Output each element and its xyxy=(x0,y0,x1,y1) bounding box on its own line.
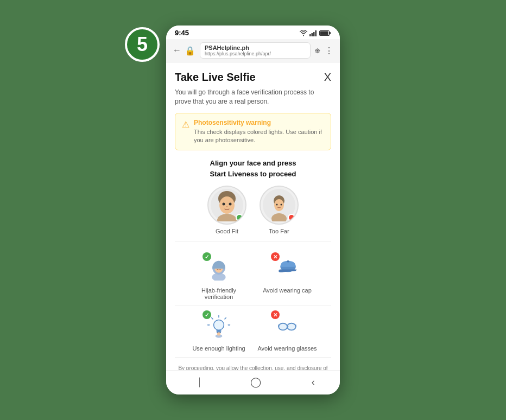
lighting-icon xyxy=(207,315,231,339)
tip-hijab-icon-wrap: ✓ xyxy=(204,253,234,284)
nav-bar: ⎹ ◯ ‹ xyxy=(166,370,340,394)
status-time: 9:45 xyxy=(175,29,189,37)
back-nav-icon[interactable]: ‹ xyxy=(312,377,315,388)
warning-title: Photosensitivity warning xyxy=(194,119,324,126)
instruction-line1: Align your face and press xyxy=(175,158,331,169)
tip-lighting-icon-wrap: ✓ xyxy=(204,311,234,342)
face-circle-good xyxy=(207,186,246,225)
wifi-icon xyxy=(300,30,307,36)
more-icon[interactable]: ⋮ xyxy=(325,46,333,56)
warning-box: ⚠ Photosensitivity warning This check di… xyxy=(175,113,331,151)
url-box[interactable]: PSAHelpline.ph https://plus.psahelpline.… xyxy=(200,42,311,59)
tip-glasses-label: Avoid wearing glasses xyxy=(257,345,317,352)
close-button[interactable]: X xyxy=(324,71,331,84)
good-fit-badge xyxy=(236,214,243,221)
svg-point-26 xyxy=(287,260,289,263)
tips-row-2: ✓ xyxy=(175,306,331,358)
consent-text: By proceeding, you allow the collection,… xyxy=(175,364,331,370)
tip-cap-label: Avoid wearing cap xyxy=(263,287,312,294)
page-subtitle: You will go through a face verification … xyxy=(175,88,331,106)
site-name: PSAHelpline.ph xyxy=(205,44,306,51)
step-badge: 5 xyxy=(125,27,160,62)
share-icon[interactable]: ⎈ xyxy=(315,46,320,56)
browser-actions: ⎈ ⋮ xyxy=(315,46,333,56)
browser-bar: ← 🔒 PSAHelpline.ph https://plus.psahelpl… xyxy=(166,39,340,62)
svg-point-12 xyxy=(229,203,232,206)
full-url: https://plus.psahelpline.ph/apr/ xyxy=(205,51,306,56)
svg-point-39 xyxy=(279,324,287,330)
svg-point-32 xyxy=(214,320,224,330)
tip-cap: ✕ Avoid wearing cap xyxy=(257,253,317,300)
svg-rect-3 xyxy=(315,30,317,36)
svg-rect-1 xyxy=(312,33,313,36)
home-icon[interactable]: ◯ xyxy=(250,376,261,388)
svg-rect-0 xyxy=(309,34,311,36)
lock-icon: 🔒 xyxy=(185,46,195,56)
instruction-line2: Start Liveness to proceed xyxy=(175,169,331,180)
face-far-label: Too Far xyxy=(269,228,289,234)
svg-line-28 xyxy=(225,318,226,319)
recents-icon[interactable]: ⎹ xyxy=(191,377,200,388)
battery-icon xyxy=(319,30,331,36)
page-header: Take Live Selfie X xyxy=(175,71,331,84)
status-icons xyxy=(300,30,331,36)
tips-row-1: ✓ xyxy=(175,248,331,306)
glasses-icon xyxy=(275,315,299,339)
svg-point-18 xyxy=(276,204,278,206)
align-instruction: Align your face and press Start Liveness… xyxy=(175,158,331,179)
status-bar: 9:45 xyxy=(166,26,340,39)
step-number: 5 xyxy=(137,33,148,56)
signal-icon xyxy=(309,30,317,36)
face-example-far: Too Far xyxy=(260,186,299,234)
tip-glasses: ✕ xyxy=(257,311,317,352)
svg-rect-6 xyxy=(320,31,328,35)
tip-hijab-label: Hijab-friendly verification xyxy=(189,287,249,300)
warning-text: This check displays colored lights. Use … xyxy=(194,128,324,145)
svg-point-13 xyxy=(226,206,228,207)
svg-point-10 xyxy=(219,196,235,214)
back-icon[interactable]: ← xyxy=(173,46,181,55)
face-circle-far xyxy=(260,186,299,225)
warning-icon: ⚠ xyxy=(182,119,189,145)
svg-rect-5 xyxy=(330,32,331,34)
too-far-badge xyxy=(288,214,295,221)
svg-rect-2 xyxy=(313,32,315,36)
tip-hijab: ✓ xyxy=(189,253,249,300)
face-example-good: Good Fit xyxy=(207,186,246,234)
svg-rect-33 xyxy=(216,330,221,332)
tip-cap-icon-wrap: ✕ xyxy=(272,253,302,284)
svg-point-40 xyxy=(288,324,295,330)
face-good-label: Good Fit xyxy=(216,228,238,234)
main-content: Take Live Selfie X You will go through a… xyxy=(166,62,340,370)
svg-point-11 xyxy=(223,203,225,206)
svg-point-36 xyxy=(217,333,220,336)
cap-icon xyxy=(275,257,299,281)
tip-glasses-icon-wrap: ✕ xyxy=(272,311,302,342)
hijab-icon xyxy=(207,257,231,281)
face-examples: Good Fit Too Far xyxy=(175,186,331,241)
tip-lighting-label: Use enough lighting xyxy=(192,345,245,352)
svg-point-19 xyxy=(281,204,282,206)
svg-point-17 xyxy=(274,199,284,211)
browser-nav: ← 🔒 xyxy=(173,46,195,56)
page-title: Take Live Selfie xyxy=(175,71,256,84)
svg-line-30 xyxy=(212,318,213,319)
warning-content: Photosensitivity warning This check disp… xyxy=(194,119,324,145)
tip-lighting: ✓ xyxy=(189,311,249,352)
phone-frame: 9:45 ← xyxy=(166,26,340,394)
